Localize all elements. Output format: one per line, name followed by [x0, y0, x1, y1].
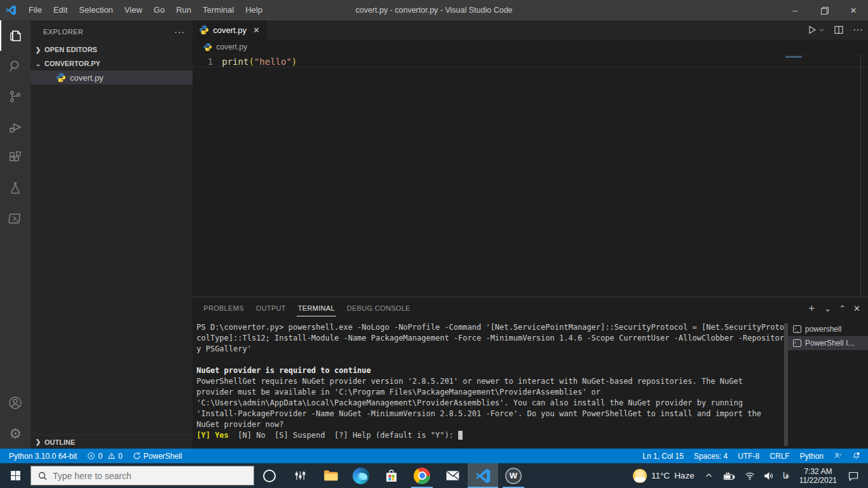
explorer-more-actions-icon[interactable]: ···: [174, 27, 185, 37]
menu-help[interactable]: Help: [240, 0, 268, 20]
action-center-icon: [848, 470, 859, 482]
minimize-button[interactable]: –: [780, 0, 810, 20]
edge-button[interactable]: [346, 463, 376, 488]
folder-section[interactable]: ⌄ CONVERTOR.PY: [31, 57, 193, 71]
feedback-icon[interactable]: [829, 449, 847, 463]
battery-status[interactable]: [719, 463, 740, 488]
start-button[interactable]: [0, 463, 31, 488]
status-bar: Python 3.10.0 64-bit 0 0 PowerShell Ln 1…: [0, 449, 868, 463]
terminal-scrollbar[interactable]: [784, 320, 788, 449]
close-button[interactable]: ✕: [839, 0, 868, 20]
menu-edit[interactable]: Edit: [48, 0, 73, 20]
extensions-icon[interactable]: [0, 142, 31, 173]
panel-tab[interactable]: TERMINAL: [297, 301, 336, 316]
tray-time: 7:32 AM: [804, 467, 832, 476]
title-bar: File Edit Selection View Go Run Terminal…: [0, 0, 868, 20]
panel-tabs: PROBLEMSOUTPUTTERMINALDEBUG CONSOLE: [193, 301, 411, 316]
action-center-button[interactable]: [843, 463, 868, 488]
terminal-line: y PSGallery': [196, 344, 784, 355]
chrome-button[interactable]: [407, 463, 437, 488]
menu-go[interactable]: Go: [148, 0, 170, 20]
sync-icon: [133, 452, 141, 460]
breadcrumb[interactable]: covert.py: [193, 39, 868, 55]
explorer-sidebar: EXPLORER ··· ❯ OPEN EDITORS ⌄ CONVERTOR.…: [31, 20, 193, 449]
panel-tab[interactable]: PROBLEMS: [202, 301, 245, 316]
windscribe-button[interactable]: W: [498, 463, 529, 488]
menu-terminal[interactable]: Terminal: [197, 0, 240, 20]
editor-more-actions-icon[interactable]: ···: [853, 24, 863, 36]
folder-name-label: CONVERTOR.PY: [44, 60, 100, 67]
search-icon: [37, 471, 48, 481]
store-button[interactable]: [376, 463, 407, 488]
speaker-icon: [764, 471, 774, 481]
menu-bar: File Edit Selection View Go Run Terminal…: [23, 0, 268, 20]
encoding-status[interactable]: UTF-8: [733, 449, 764, 463]
clock[interactable]: 7:32 AM 11/22/2021: [794, 463, 843, 488]
outline-section[interactable]: ❯ OUTLINE: [31, 435, 193, 449]
eol-status[interactable]: CRLF: [764, 449, 794, 463]
error-icon: [87, 452, 95, 460]
run-and-debug-icon[interactable]: [0, 112, 31, 142]
menu-view[interactable]: View: [119, 0, 148, 20]
new-terminal-icon[interactable]: ＋: [806, 302, 817, 315]
code-editor[interactable]: 1 print("hello"): [193, 55, 868, 297]
menu-run[interactable]: Run: [170, 0, 197, 20]
cursor-position-status[interactable]: Ln 1, Col 15: [637, 449, 689, 463]
split-editor-icon[interactable]: [834, 25, 844, 35]
menu-selection[interactable]: Selection: [73, 0, 118, 20]
python-interpreter-status[interactable]: Python 3.10.0 64-bit: [0, 449, 82, 463]
system-tray: 11°C Haze فا 7:32 AM 11/22/2021: [628, 463, 868, 488]
mail-icon: [445, 468, 461, 484]
search-input[interactable]: [53, 471, 231, 481]
file-explorer-button[interactable]: [315, 463, 346, 488]
powershell-icon[interactable]: [0, 203, 31, 234]
close-panel-icon[interactable]: ✕: [853, 304, 860, 313]
indentation-status[interactable]: Spaces: 4: [689, 449, 733, 463]
line-number: 1: [193, 55, 222, 67]
wifi-status[interactable]: [740, 463, 759, 488]
shell-selector[interactable]: PowerShell: [128, 449, 187, 463]
terminal-session-list: ›_ powershell › PowerShell I...: [788, 320, 868, 449]
panel-tab[interactable]: DEBUG CONSOLE: [346, 301, 412, 316]
source-control-icon[interactable]: [0, 81, 31, 112]
settings-gear-icon[interactable]: ⚙: [0, 418, 31, 449]
restore-button[interactable]: [810, 0, 839, 20]
python-file-icon: [56, 72, 66, 83]
run-file-button[interactable]: [807, 25, 825, 35]
taskbar-search[interactable]: [31, 466, 254, 485]
search-icon[interactable]: [0, 51, 31, 81]
file-item-covert-py[interactable]: covert.py: [31, 71, 193, 85]
menu-file[interactable]: File: [23, 0, 48, 20]
session-powershell[interactable]: ›_ powershell: [788, 322, 868, 336]
mail-button[interactable]: [437, 463, 468, 488]
file-name-label: covert.py: [70, 73, 104, 83]
accounts-icon[interactable]: [0, 388, 31, 418]
terminal-dropdown-icon[interactable]: ⌄: [824, 304, 831, 313]
maximize-panel-icon[interactable]: ⌃: [839, 304, 846, 313]
task-view-button[interactable]: [285, 463, 315, 488]
open-editors-section[interactable]: ❯ OPEN EDITORS: [31, 43, 193, 57]
chevron-right-icon: ❯: [33, 438, 43, 445]
cortana-button[interactable]: [254, 463, 285, 488]
weather-widget[interactable]: 11°C Haze: [628, 463, 699, 488]
wifi-icon: [745, 471, 755, 481]
language-mode-status[interactable]: Python: [795, 449, 829, 463]
tab-close-icon[interactable]: ✕: [253, 25, 260, 35]
terminal-output[interactable]: PS D:\convertor.py> powershell.exe -NoLo…: [193, 320, 784, 449]
breadcrumb-file-label: covert.py: [216, 43, 247, 51]
testing-icon[interactable]: [0, 173, 31, 203]
vscode-logo-icon: [5, 4, 17, 16]
vscode-taskbar-button[interactable]: [468, 463, 498, 488]
language-indicator[interactable]: فا: [778, 463, 794, 488]
tray-expand-button[interactable]: [699, 463, 719, 488]
tab-covert-py[interactable]: covert.py ✕: [193, 20, 266, 39]
explorer-icon[interactable]: [0, 20, 31, 51]
session-powershell-integration[interactable]: › PowerShell I...: [788, 336, 868, 350]
chevron-down-icon: ⌄: [33, 60, 43, 67]
problems-status[interactable]: 0 0: [82, 449, 127, 463]
panel-tab[interactable]: OUTPUT: [255, 301, 287, 316]
editor-tab-bar: covert.py ✕ ···: [193, 20, 868, 39]
volume-status[interactable]: [759, 463, 778, 488]
battery-plugged-icon: [723, 471, 736, 481]
notifications-bell-icon[interactable]: [847, 449, 868, 463]
